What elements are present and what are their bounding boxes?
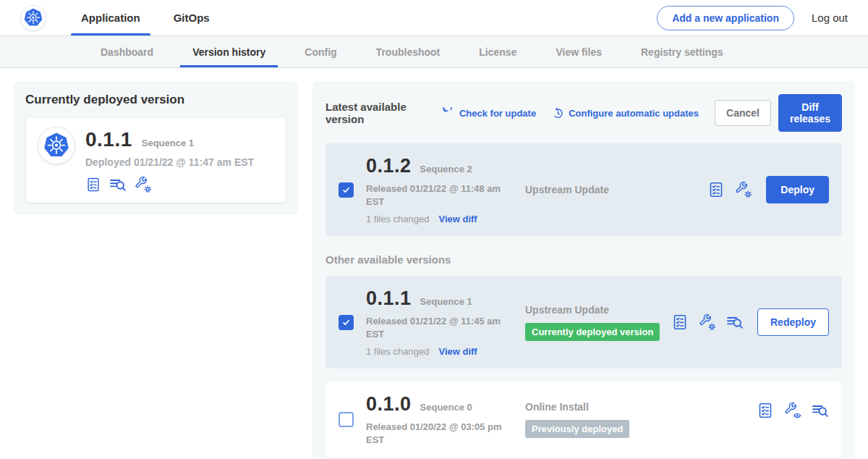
latest-version-header: Latest available version Check for updat… (326, 94, 842, 132)
version-checkbox[interactable] (339, 315, 354, 330)
subnav-tab-license[interactable]: License (459, 36, 536, 67)
version-source-label: Upstream Update (525, 184, 707, 195)
deployed-version-card: 0.1.1 Sequence 1 Deployed 01/21/22 @ 11:… (25, 117, 286, 203)
previously-deployed-badge: Previously deployed (525, 420, 629, 438)
version-number: 0.1.0 (366, 393, 412, 416)
top-navbar: Application GitOps Add a new application… (0, 0, 868, 36)
subnav-tab-version-history[interactable]: Version history (173, 36, 285, 67)
refresh-icon (443, 107, 455, 119)
files-changed-label: 1 files changed (366, 346, 429, 357)
currently-deployed-panel: Currently deployed version 0.1.1 Sequenc… (14, 81, 298, 215)
topnav-tab-gitops[interactable]: GitOps (163, 0, 220, 35)
currently-deployed-badge: Currently deployed version (525, 323, 660, 341)
subnav-tab-config[interactable]: Config (285, 36, 356, 67)
preflight-results-icon[interactable] (109, 176, 127, 193)
config-icon[interactable] (735, 181, 752, 198)
version-number: 0.1.1 (366, 287, 412, 310)
release-notes-icon[interactable] (757, 402, 774, 419)
sequence-label: Sequence 1 (420, 296, 472, 307)
subnav-tab-troubleshoot[interactable]: Troubleshoot (357, 36, 460, 67)
subnav-tab-registry-settings[interactable]: Registry settings (621, 36, 743, 67)
config-icon[interactable] (699, 313, 716, 331)
app-subnav: Dashboard Version history Config Trouble… (0, 36, 868, 68)
cancel-button[interactable]: Cancel (715, 100, 771, 126)
latest-version-title: Latest available version (326, 101, 431, 125)
version-checkbox[interactable] (339, 182, 354, 198)
release-notes-icon[interactable] (671, 313, 689, 331)
configure-automatic-updates-link[interactable]: Configure automatic updates (552, 107, 699, 119)
deployed-timestamp: Deployed 01/21/22 @ 11:47 am EST (85, 156, 254, 168)
version-source-label: Upstream Update (525, 304, 671, 316)
sequence-label: Sequence 2 (420, 164, 472, 174)
version-number: 0.1.2 (366, 155, 412, 177)
config-icon[interactable] (135, 176, 152, 193)
topnav-tab-application[interactable]: Application (71, 0, 150, 35)
subnav-tab-dashboard[interactable]: Dashboard (81, 36, 173, 67)
release-notes-icon[interactable] (85, 177, 101, 193)
released-timestamp: Released 01/20/22 @ 03:05 pm EST (366, 421, 505, 446)
version-source-label: Online Install (525, 401, 757, 413)
deployed-sequence-label: Sequence 1 (142, 138, 194, 148)
subnav-tab-view-files[interactable]: View files (536, 36, 621, 67)
check-for-update-link[interactable]: Check for update (443, 107, 536, 119)
preflight-results-icon[interactable] (726, 313, 744, 331)
schedule-update-icon (552, 107, 564, 119)
release-notes-icon[interactable] (707, 181, 725, 198)
check-icon (341, 318, 351, 327)
deploy-button[interactable]: Deploy (766, 176, 829, 203)
files-changed-label: 1 files changed (366, 214, 429, 224)
version-checkbox[interactable] (339, 412, 354, 427)
version-card-0-1-0: 0.1.0 Sequence 0 Released 01/20/22 @ 03:… (326, 382, 842, 458)
kubernetes-logo-icon (20, 5, 46, 31)
logout-link[interactable]: Log out (812, 12, 848, 24)
add-new-application-button[interactable]: Add a new application (657, 6, 794, 30)
redeploy-button[interactable]: Redeploy (757, 308, 829, 336)
released-timestamp: Released 01/21/22 @ 11:48 am EST (366, 182, 505, 208)
preflight-results-icon[interactable] (812, 402, 829, 419)
main-content: Currently deployed version 0.1.1 Sequenc… (0, 68, 868, 459)
sequence-label: Sequence 0 (420, 402, 472, 413)
app-brand (20, 0, 46, 35)
currently-deployed-title: Currently deployed version (25, 93, 286, 107)
app-logo-icon (38, 127, 75, 164)
config-view-icon[interactable] (784, 402, 801, 419)
deployed-version-number: 0.1.1 (85, 128, 132, 151)
check-icon (341, 185, 351, 195)
view-diff-link[interactable]: View diff (438, 214, 477, 224)
version-history-panel: Latest available version Check for updat… (312, 81, 855, 459)
view-diff-link[interactable]: View diff (438, 346, 477, 357)
released-timestamp: Released 01/21/22 @ 11:45 am EST (366, 315, 505, 340)
version-card-0-1-1: 0.1.1 Sequence 1 Released 01/21/22 @ 11:… (326, 276, 842, 369)
version-card-0-1-2: 0.1.2 Sequence 2 Released 01/21/22 @ 11:… (326, 143, 842, 236)
diff-releases-button[interactable]: Diff releases (778, 94, 842, 132)
other-versions-heading: Other available versions (326, 253, 842, 266)
